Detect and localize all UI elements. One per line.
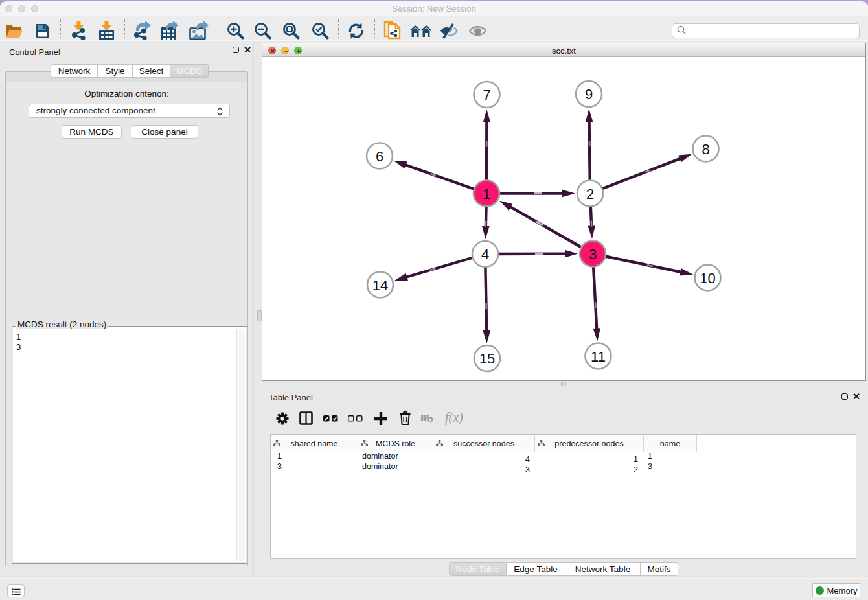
svg-text:11: 11	[591, 349, 606, 365]
svg-text:15: 15	[479, 351, 495, 367]
svg-text:6: 6	[376, 148, 383, 165]
svg-text:14: 14	[372, 277, 388, 294]
svg-text:7: 7	[483, 87, 490, 103]
svg-text:10: 10	[700, 270, 715, 286]
svg-text:3: 3	[589, 246, 597, 262]
svg-text:2: 2	[586, 186, 594, 202]
svg-text:9: 9	[585, 86, 593, 102]
svg-text:8: 8	[702, 141, 709, 157]
svg-text:4: 4	[481, 246, 489, 262]
svg-text:1: 1	[483, 186, 490, 202]
